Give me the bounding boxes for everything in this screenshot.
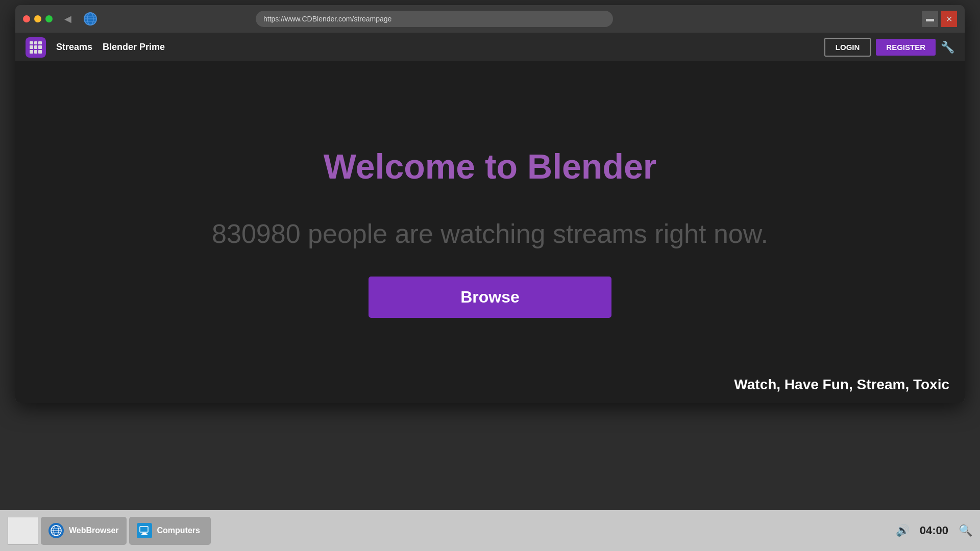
url-text: https://www.CDBlender.com/streampage (263, 15, 391, 23)
taskbar-webbrowser[interactable]: WebBrowser (41, 517, 127, 545)
taskbar-right: 🔊 04:00 🔍 (896, 524, 972, 537)
minimize-icon: ▬ (926, 14, 934, 23)
taskbar-computers[interactable]: Computers (129, 517, 211, 545)
maximize-traffic-light[interactable] (45, 15, 53, 22)
register-button[interactable]: REGISTER (876, 39, 936, 56)
minimize-traffic-light[interactable] (34, 15, 41, 22)
webbrowser-icon (48, 523, 64, 538)
globe-icon (83, 12, 97, 26)
site-content: Welcome to Blender 830980 people are wat… (15, 61, 965, 403)
close-window-button[interactable]: ✕ (941, 11, 957, 27)
webbrowser-label: WebBrowser (69, 526, 119, 535)
traffic-lights (23, 15, 53, 22)
welcome-title: Welcome to Blender (324, 146, 656, 186)
title-bar: ◀ https://www.CDBlender.com/streampage ▬ (15, 5, 965, 33)
logo-grid-icon (30, 41, 42, 54)
window-controls: ▬ ✕ (922, 11, 957, 27)
browse-button[interactable]: Browse (369, 277, 611, 318)
svg-rect-10 (140, 527, 148, 532)
close-icon: ✕ (946, 14, 952, 24)
volume-icon[interactable]: 🔊 (896, 524, 910, 537)
minimize-window-button[interactable]: ▬ (922, 11, 938, 27)
clock: 04:00 (920, 524, 948, 537)
back-arrow-icon: ◀ (64, 13, 71, 24)
close-traffic-light[interactable] (23, 15, 30, 22)
nav-blender-prime[interactable]: Blender Prime (103, 42, 165, 53)
svg-rect-11 (142, 533, 146, 534)
address-bar[interactable]: https://www.CDBlender.com/streampage (256, 11, 613, 27)
site-logo[interactable] (26, 37, 46, 58)
login-button[interactable]: LOGIN (824, 38, 871, 57)
computers-icon (137, 523, 152, 538)
svg-rect-12 (141, 534, 148, 535)
taskbar: WebBrowser Computers 🔊 04:00 🔍 (0, 510, 980, 551)
back-button[interactable]: ◀ (60, 11, 76, 27)
browser-window: ◀ https://www.CDBlender.com/streampage ▬ (15, 5, 965, 403)
nav-streams[interactable]: Streams (56, 42, 92, 53)
computers-label: Computers (157, 526, 200, 535)
tagline: Watch, Have Fun, Stream, Toxic (734, 377, 949, 393)
site-nav: Streams Blender Prime LOGIN REGISTER 🔧 (15, 33, 965, 61)
taskbar-search-icon[interactable]: 🔍 (959, 524, 972, 537)
desktop: ◀ https://www.CDBlender.com/streampage ▬ (0, 0, 980, 551)
nav-right: LOGIN REGISTER 🔧 (824, 38, 954, 57)
viewer-count: 830980 people are watching streams right… (212, 217, 768, 252)
taskbar-blank-item (8, 517, 38, 545)
settings-icon[interactable]: 🔧 (941, 41, 954, 54)
